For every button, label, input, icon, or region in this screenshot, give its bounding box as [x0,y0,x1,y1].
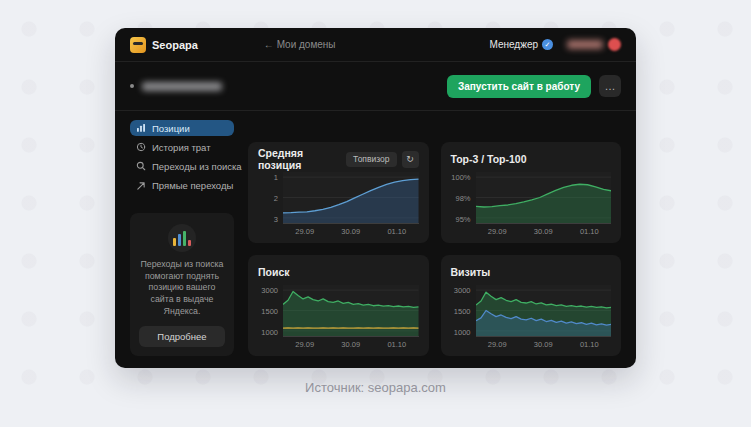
chart-plot [476,172,612,224]
card-header: Визиты [451,263,612,281]
back-link[interactable]: ← Мои домены [264,39,336,50]
verified-check-icon: ✓ [542,39,553,50]
y-axis: 1 2 3 [258,172,283,224]
manager-label: Менеджер [489,39,538,50]
site-name-redacted [142,82,222,91]
card-header: Средняя позиция Топвизор ↻ [258,150,419,168]
source-caption: Источник: seopapa.com [0,380,751,395]
refresh-icon[interactable]: ↻ [402,151,419,168]
y-tick: 3000 [454,286,471,295]
y-axis: 3000 1500 1000 [258,285,283,337]
chart-card-search: Поиск 3000 1500 1000 29.09 [248,255,429,356]
x-tick: 30.09 [534,227,553,236]
sidebar-item-label: История трат [152,142,211,153]
sidebar-item-label: Прямые переходы [152,180,233,191]
card-header: Top-3 / Top-100 [451,150,612,168]
chart-title: Визиты [451,266,491,278]
plot-wrap: 100% 98% 95% [451,172,612,224]
x-tick: 29.09 [295,340,314,349]
x-tick: 30.09 [341,227,360,236]
topvisor-button[interactable]: Топвизор [346,152,396,167]
sidebar-item-positions[interactable]: Позиции [130,120,234,136]
promo-card: Переходы из поиска помогают поднять пози… [130,213,234,356]
user-name-redacted [567,40,603,49]
x-tick: 01.10 [580,227,599,236]
chart-card-visits: Визиты 3000 1500 1000 29.09 [441,255,622,356]
y-tick: 1 [274,173,278,182]
y-tick: 2 [274,194,278,203]
top-bar: Seopapa ← Мои домены Менеджер ✓ [115,28,636,62]
bar-chart-icon [136,123,146,133]
sidebar-item-spend-history[interactable]: История трат [130,139,234,155]
y-tick: 1500 [261,307,278,316]
x-tick: 29.09 [488,340,507,349]
user-avatar [608,38,621,51]
y-tick: 100% [451,173,470,182]
charts-grid: Средняя позиция Топвизор ↻ 1 2 3 [248,142,621,356]
chart-controls: Топвизор ↻ [346,151,418,168]
site-bar: Запустить сайт в работу … [115,62,636,111]
x-tick: 29.09 [488,227,507,236]
history-icon [136,142,146,152]
app-name: Seopapa [152,39,198,51]
sidebar-item-label: Позиции [152,123,190,134]
x-axis: 29.09 30.09 01.10 [283,337,419,348]
x-tick: 01.10 [580,340,599,349]
chart-title: Средняя позиция [258,147,346,171]
y-axis: 100% 98% 95% [451,172,476,224]
chart-plot [283,285,419,337]
promo-text: Переходы из поиска помогают поднять пози… [139,259,225,318]
chart-card-top3-top100: Top-3 / Top-100 100% 98% 95% 29.09 [441,142,622,243]
more-menu-button[interactable]: … [599,75,621,97]
plot-wrap: 1 2 3 [258,172,419,224]
user-account-chip[interactable] [567,38,621,51]
launch-site-button[interactable]: Запустить сайт в работу [447,75,591,98]
sidebar-item-search-transitions[interactable]: Переходы из поиска [130,158,234,174]
site-actions: Запустить сайт в работу … [447,75,621,98]
arrow-icon [136,181,146,191]
app-window: Seopapa ← Мои домены Менеджер ✓ Запустит… [115,28,636,368]
y-tick: 1000 [261,327,278,336]
x-tick: 29.09 [295,227,314,236]
sidebar: Позиции История трат Переходы из поиска … [130,116,234,356]
y-tick: 3 [274,214,278,223]
chart-card-avg-position: Средняя позиция Топвизор ↻ 1 2 3 [248,142,429,243]
manager-badge[interactable]: Менеджер ✓ [489,39,553,50]
card-header: Поиск [258,263,419,281]
x-axis: 29.09 30.09 01.10 [476,224,612,235]
x-tick: 01.10 [387,227,406,236]
x-tick: 01.10 [387,340,406,349]
plot-wrap: 3000 1500 1000 [258,285,419,337]
chart-title: Top-3 / Top-100 [451,153,527,165]
search-icon [136,161,146,171]
screenshot-stage: Seopapa ← Мои домены Менеджер ✓ Запустит… [0,0,751,427]
sidebar-item-label: Переходы из поиска [152,161,242,172]
top-right-group: Менеджер ✓ [489,38,621,51]
x-tick: 30.09 [534,340,553,349]
y-tick: 98% [455,194,470,203]
app-logo-icon [130,37,146,53]
chart-title: Поиск [258,266,290,278]
chart-plot [476,285,612,337]
y-tick: 1500 [454,307,471,316]
y-tick: 1000 [454,327,471,336]
content-area: Позиции История трат Переходы из поиска … [115,111,636,368]
x-tick: 30.09 [341,340,360,349]
chart-plot [283,172,419,224]
x-axis: 29.09 30.09 01.10 [476,337,612,348]
x-axis: 29.09 30.09 01.10 [283,224,419,235]
site-status-dot [130,84,134,88]
y-tick: 3000 [261,286,278,295]
y-axis: 3000 1500 1000 [451,285,476,337]
plot-wrap: 3000 1500 1000 [451,285,612,337]
mini-chart-icon [168,224,196,252]
y-tick: 95% [455,214,470,223]
sidebar-item-direct-transitions[interactable]: Прямые переходы [130,177,234,193]
promo-more-button[interactable]: Подробнее [139,326,225,347]
